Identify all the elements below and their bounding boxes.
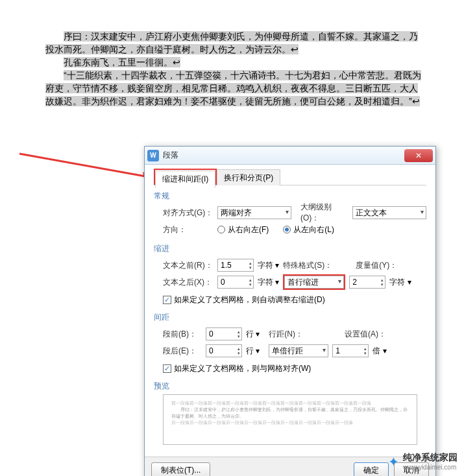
wps-icon: W [147, 150, 159, 161]
section-preview: 预览 [154, 381, 426, 392]
svg-line-0 [19, 154, 149, 177]
ok-button[interactable]: 确定 [354, 462, 389, 476]
label-line-spacing: 行距(N)： [269, 329, 303, 340]
combo-line-spacing[interactable]: 单倍行距 [269, 344, 328, 357]
section-general: 常规 [154, 191, 426, 202]
spinner-space-after[interactable]: 0 [206, 344, 242, 357]
selected-text: 序曰：汉末建安中，庐江府小吏焦仲卿妻刘氏，为仲卿母所遣，自誓不嫁。其家逼之，乃投… [45, 30, 422, 108]
tab-indent-spacing[interactable]: 缩进和间距(I) [155, 171, 215, 188]
spinner-set-value[interactable]: 1 [332, 344, 369, 357]
close-button[interactable]: ✕ [404, 149, 433, 162]
unit-char-3[interactable]: 字符 ▾ [389, 277, 411, 288]
radio-rtl[interactable]: 从右向左(F) [217, 224, 269, 235]
document-background: 序曰：汉末建安中，庐江府小吏焦仲卿妻刘氏，为仲卿母所遣，自誓不嫁。其家逼之，乃投… [26, 17, 441, 121]
checkbox-grid-spacing[interactable]: ✓如果定义了文档网格，则与网格对齐(W) [163, 363, 311, 374]
watermark-url: www.yidaimei.com [403, 464, 458, 471]
label-space-after: 段后(E)： [163, 346, 202, 357]
label-measure: 度量值(Y)： [356, 260, 397, 271]
section-indent: 缩进 [154, 243, 426, 254]
section-spacing: 间距 [154, 312, 426, 323]
spinner-text-before[interactable]: 1.5 [217, 259, 254, 272]
combo-special-format[interactable]: 首行缩进 [284, 276, 344, 289]
checkbox-grid-indent[interactable]: ✓如果定义了文档网格，则自动调整右缩进(D) [163, 294, 325, 305]
unit-char-2[interactable]: 字符 ▾ [258, 277, 279, 288]
tabstop-button[interactable]: 制表位(T)... [151, 462, 210, 476]
tab-line-page-break[interactable]: 换行和分页(P) [217, 169, 280, 185]
label-alignment: 对齐方式(G)： [163, 208, 214, 219]
tab-bar: 缩进和间距(I) 换行和分页(P) [154, 169, 426, 185]
combo-outline[interactable]: 正文文本 [352, 206, 426, 219]
spinner-measure[interactable]: 2 [349, 276, 385, 289]
paragraph-dialog: W 段落 ✕ 缩进和间距(I) 换行和分页(P) 常规 对齐方式(G)： 两端对… [144, 146, 436, 476]
label-text-before: 文本之前(R)： [163, 260, 214, 271]
unit-char-1[interactable]: 字符 ▾ [258, 260, 279, 271]
dialog-title: 段落 [163, 150, 404, 161]
label-text-after: 文本之后(X)： [163, 277, 214, 288]
spinner-text-after[interactable]: 0 [217, 276, 254, 289]
unit-multiple[interactable]: 倍 ▾ [372, 346, 386, 357]
watermark-icon: ✦ [388, 454, 399, 470]
combo-alignment[interactable]: 两端对齐 [217, 206, 291, 219]
radio-ltr[interactable]: 从左向右(L) [283, 224, 334, 235]
unit-line-1[interactable]: 行 ▾ [246, 329, 260, 340]
label-special: 特殊格式(S)： [283, 260, 332, 271]
preview-box: 前一段落前一段落前一段落前一段落前一段落前一段落前一段落前一段落前一段落前一段落… [163, 394, 417, 445]
titlebar[interactable]: W 段落 ✕ [145, 147, 435, 165]
annotation-arrow [13, 146, 162, 191]
unit-line-2[interactable]: 行 ▾ [246, 346, 260, 357]
watermark-text: 纯净系统家园 [403, 452, 458, 464]
label-outline: 大纲级别(O)： [300, 202, 348, 224]
watermark: ✦ 纯净系统家园 www.yidaimei.com [388, 452, 458, 471]
label-set-value: 设置值(A)： [345, 329, 386, 340]
spinner-space-before[interactable]: 0 [206, 327, 242, 340]
label-direction: 方向： [163, 224, 214, 235]
label-space-before: 段前(B)： [163, 329, 202, 340]
